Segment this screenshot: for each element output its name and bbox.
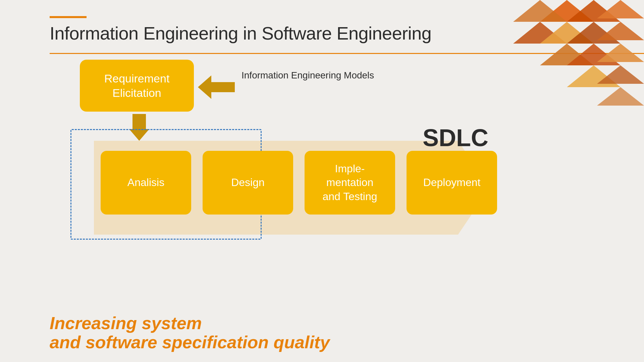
bottom-text-line1: Increasing system [50,314,330,333]
ie-models-arrow [198,74,235,102]
requirement-elicitation-box: Requirement Elicitation [80,60,194,112]
stage-implementation-label: Imple-mentationand Testing [322,162,377,204]
page-title: Information Engineering in Software Engi… [50,23,431,44]
stage-design-label: Design [231,176,265,190]
accent-line [50,16,87,18]
svg-marker-14 [198,75,235,99]
stage-analisis: Analisis [101,151,191,215]
stage-analisis-label: Analisis [127,176,164,190]
stage-deployment: Deployment [407,151,497,215]
stage-design: Design [203,151,293,215]
svg-marker-13 [597,87,644,106]
bottom-text-block: Increasing system and software specifica… [50,314,330,352]
bottom-text-line2: and software specification quality [50,333,330,352]
sdlc-stages: Analisis Design Imple-mentationand Testi… [101,151,497,215]
stage-deployment-label: Deployment [423,176,481,190]
sdlc-label: SDLC [423,124,488,152]
ie-models-label: Information Engineering Models [241,69,374,82]
stage-implementation: Imple-mentationand Testing [305,151,395,215]
requirement-elicitation-label: Requirement Elicitation [80,71,194,100]
geo-decoration [490,0,644,107]
